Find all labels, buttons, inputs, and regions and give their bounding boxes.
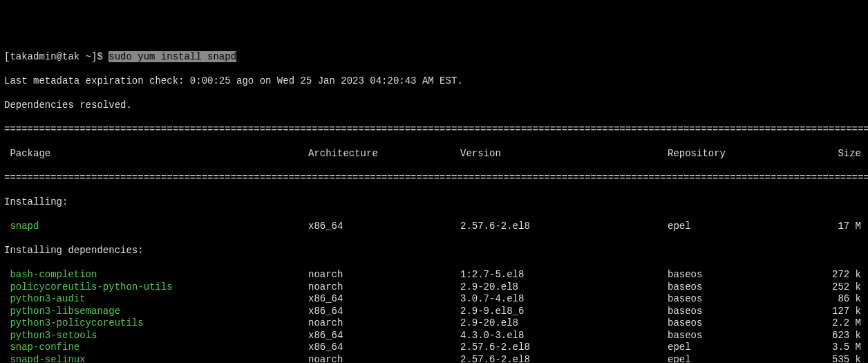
- header-size: Size: [806, 148, 861, 160]
- package-version: 2.57.6-2.el8: [460, 342, 668, 354]
- package-arch: noarch: [308, 317, 460, 330]
- prompt-prefix: [takadmin@tak ~]$: [4, 51, 108, 62]
- package-name: python3-setools: [4, 330, 308, 342]
- package-version: 2.9-20.el8: [460, 317, 668, 330]
- prompt-line: [takadmin@tak ~]$ sudo yum install snapd: [4, 51, 864, 64]
- package-version: 4.3.0-3.el8: [460, 330, 668, 342]
- command-text: sudo yum install snapd: [108, 51, 236, 62]
- table-row: python3-libsemanagex86_642.9-9.el8_6base…: [4, 306, 864, 318]
- package-name: policycoreutils-python-utils: [4, 281, 308, 294]
- package-repo: baseos: [668, 281, 806, 294]
- package-repo: baseos: [668, 330, 806, 342]
- package-size: 272 k: [806, 269, 861, 281]
- header-version: Version: [460, 148, 668, 160]
- table-row: python3-policycoreutilsnoarch2.9-20.el8b…: [4, 317, 864, 330]
- package-repo: baseos: [668, 293, 806, 306]
- package-size: 623 k: [806, 330, 861, 342]
- table-row: bash-completionnoarch1:2.7-5.el8baseos27…: [4, 269, 864, 281]
- package-repo: epel: [668, 354, 806, 364]
- package-size: 86 k: [806, 293, 861, 306]
- installing-label: Installing:: [4, 196, 864, 209]
- package-size: 252 k: [806, 281, 861, 294]
- package-arch: x86_64: [308, 330, 460, 342]
- package-name: bash-completion: [4, 269, 308, 281]
- package-arch: x86_64: [308, 342, 460, 354]
- package-version: 3.0.7-4.el8: [460, 293, 668, 306]
- package-name: python3-audit: [4, 293, 308, 306]
- package-name: python3-libsemanage: [4, 306, 308, 318]
- table-row: python3-setoolsx86_644.3.0-3.el8baseos62…: [4, 330, 864, 342]
- package-arch: x86_64: [308, 293, 460, 306]
- package-arch: x86_64: [308, 306, 460, 318]
- package-version: 2.9-9.el8_6: [460, 306, 668, 318]
- table-row: snapd-selinuxnoarch2.57.6-2.el8epel535 k: [4, 354, 864, 364]
- package-arch: noarch: [308, 354, 460, 364]
- package-repo: baseos: [668, 306, 806, 318]
- package-size: 127 k: [806, 306, 861, 318]
- deps-resolved-line: Dependencies resolved.: [4, 100, 864, 112]
- header-package: Package: [4, 148, 308, 160]
- divider: ========================================…: [4, 172, 864, 185]
- header-arch: Architecture: [308, 148, 460, 160]
- header-repo: Repository: [668, 148, 806, 160]
- package-arch: noarch: [308, 269, 460, 281]
- package-version: 2.57.6-2.el8: [460, 354, 668, 364]
- table-header: PackageArchitectureVersionRepositorySize: [4, 148, 864, 160]
- package-name: snapd-selinux: [4, 354, 308, 364]
- package-version: 1:2.7-5.el8: [460, 269, 668, 281]
- package-size: 3.5 M: [806, 342, 861, 354]
- table-row: python3-auditx86_643.0.7-4.el8baseos86 k: [4, 293, 864, 306]
- package-repo: baseos: [668, 269, 806, 281]
- package-version: 2.9-20.el8: [460, 281, 668, 294]
- package-name: python3-policycoreutils: [4, 317, 308, 330]
- table-row: snapdx86_642.57.6-2.el8epel17 M: [4, 221, 864, 233]
- package-arch: noarch: [308, 281, 460, 294]
- table-row: policycoreutils-python-utilsnoarch2.9-20…: [4, 281, 864, 294]
- divider: ========================================…: [4, 124, 864, 136]
- package-name: snap-confine: [4, 342, 308, 354]
- metadata-line: Last metadata expiration check: 0:00:25 …: [4, 75, 864, 88]
- package-repo: baseos: [668, 317, 806, 330]
- package-arch: x86_64: [308, 221, 460, 233]
- package-size: 17 M: [806, 221, 861, 233]
- package-name: snapd: [4, 221, 308, 233]
- installing-deps-label: Installing dependencies:: [4, 245, 864, 257]
- table-row: snap-confinex86_642.57.6-2.el8epel3.5 M: [4, 342, 864, 354]
- package-size: 535 k: [806, 354, 861, 364]
- package-repo: epel: [668, 342, 806, 354]
- package-repo: epel: [668, 221, 806, 233]
- package-version: 2.57.6-2.el8: [460, 221, 668, 233]
- package-size: 2.2 M: [806, 317, 861, 330]
